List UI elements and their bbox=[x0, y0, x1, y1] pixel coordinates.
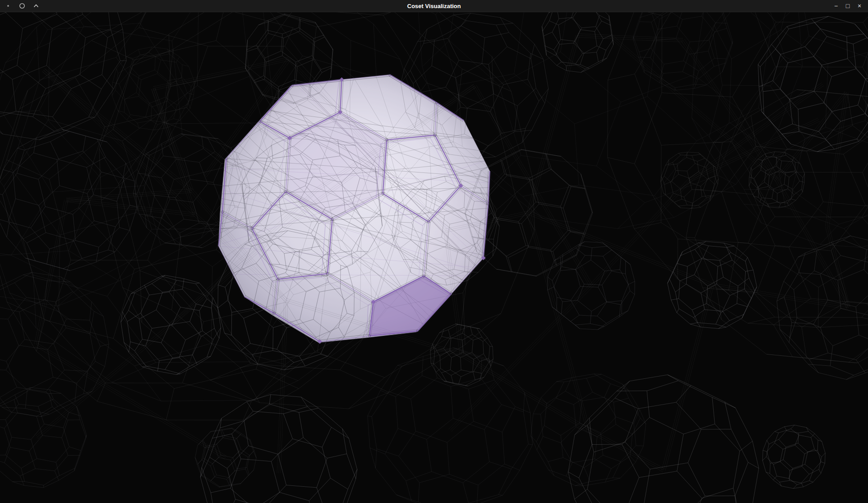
close-button[interactable]: × bbox=[855, 2, 863, 10]
maximize-button[interactable]: □ bbox=[844, 2, 852, 10]
window-controls: − □ × bbox=[832, 2, 868, 10]
titlebar-left-icons bbox=[0, 2, 40, 9]
window-title: Coset Visualization bbox=[0, 3, 868, 9]
chevron-up-icon[interactable] bbox=[32, 2, 40, 9]
titlebar: Coset Visualization − □ × bbox=[0, 0, 868, 12]
app-dot-icon[interactable] bbox=[5, 2, 12, 9]
app-window: Coset Visualization − □ × bbox=[0, 0, 868, 503]
viewport-3d[interactable] bbox=[0, 12, 868, 503]
circle-icon[interactable] bbox=[18, 2, 26, 9]
minimize-button[interactable]: − bbox=[832, 2, 840, 10]
